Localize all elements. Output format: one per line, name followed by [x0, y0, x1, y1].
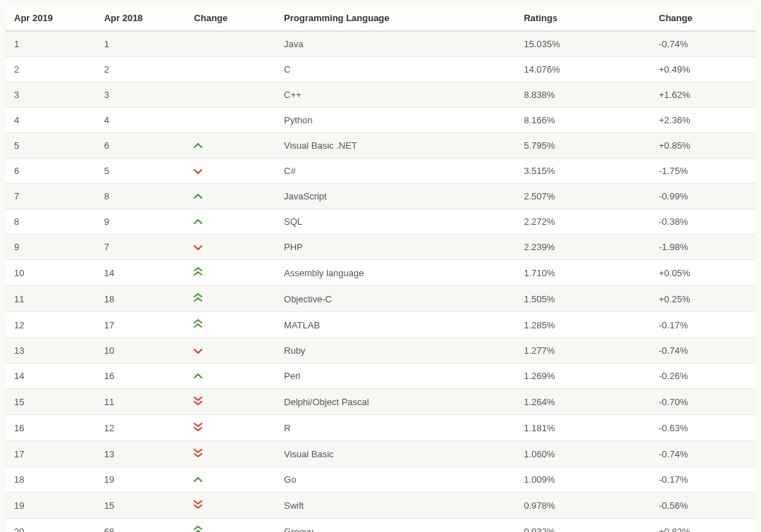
cell-change-direction [185, 441, 276, 467]
cell-apr-2018: 68 [96, 519, 186, 533]
cell-change-value: -0.38% [650, 209, 755, 235]
cell-ratings: 8.838% [515, 82, 650, 108]
rank-double-up-icon [194, 293, 202, 302]
rank-down-icon [194, 348, 202, 354]
cell-apr-2018: 5 [96, 159, 186, 184]
cell-programming-language: Ruby [276, 338, 515, 364]
cell-change-direction [185, 519, 276, 533]
table-header: Apr 2019 Apr 2018 Change Programming Lan… [6, 6, 755, 31]
cell-change-direction [185, 260, 276, 286]
table-row: 22C14.076%+0.49% [6, 57, 755, 82]
cell-ratings: 8.166% [515, 108, 650, 133]
cell-change-value: -0.56% [650, 493, 755, 519]
cell-ratings: 14.076% [515, 57, 650, 82]
cell-apr-2018: 1 [96, 31, 186, 57]
cell-apr-2018: 8 [96, 184, 186, 209]
header-apr-2018: Apr 2018 [96, 6, 186, 31]
cell-change-direction [185, 467, 276, 493]
table-row: 1915Swift0.978%-0.56% [6, 493, 755, 519]
cell-change-value: +0.49% [650, 57, 755, 82]
cell-programming-language: Python [276, 108, 515, 133]
cell-ratings: 1.269% [515, 364, 650, 389]
tiobe-index-table: Apr 2019 Apr 2018 Change Programming Lan… [6, 6, 755, 532]
cell-apr-2019: 11 [6, 286, 96, 312]
cell-programming-language: Perl [276, 364, 515, 389]
cell-change-direction [185, 286, 276, 312]
cell-change-direction [185, 108, 276, 133]
rank-double-up-icon [194, 319, 202, 328]
rank-double-down-icon [194, 396, 202, 405]
cell-change-direction [185, 312, 276, 338]
cell-programming-language: SQL [276, 209, 515, 235]
cell-apr-2018: 15 [96, 493, 186, 519]
cell-apr-2019: 12 [6, 312, 96, 338]
cell-apr-2019: 10 [6, 260, 96, 286]
cell-programming-language: JavaScript [276, 184, 515, 209]
cell-apr-2018: 7 [96, 235, 186, 260]
cell-apr-2019: 18 [6, 467, 96, 493]
table-row: 1819Go1.009%-0.17% [6, 467, 755, 493]
cell-programming-language: Objective-C [276, 286, 515, 312]
cell-apr-2019: 17 [6, 441, 96, 467]
cell-apr-2019: 2 [6, 57, 96, 82]
cell-apr-2019: 19 [6, 493, 96, 519]
header-apr-2019: Apr 2019 [6, 6, 96, 31]
cell-apr-2019: 16 [6, 415, 96, 441]
rank-down-icon [194, 245, 202, 250]
cell-apr-2019: 14 [6, 364, 96, 389]
cell-apr-2019: 1 [6, 31, 96, 57]
cell-change-value: -1.75% [650, 159, 755, 184]
cell-programming-language: R [276, 415, 515, 441]
cell-change-value: +0.85% [650, 133, 755, 159]
cell-apr-2018: 2 [96, 57, 186, 82]
table-row: 78JavaScript2.507%-0.99% [6, 184, 755, 209]
cell-programming-language: Groovy [276, 519, 515, 533]
cell-apr-2019: 5 [6, 133, 96, 159]
cell-change-value: +1.62% [650, 82, 755, 108]
cell-ratings: 1.181% [515, 415, 650, 441]
cell-change-direction [185, 235, 276, 260]
cell-apr-2019: 4 [6, 108, 96, 133]
cell-apr-2018: 14 [96, 260, 186, 286]
cell-change-direction [185, 364, 276, 389]
cell-ratings: 15.035% [515, 31, 650, 57]
table-row: 89SQL2.272%-0.38% [6, 209, 755, 235]
cell-programming-language: Swift [276, 493, 515, 519]
cell-apr-2018: 19 [96, 467, 186, 493]
cell-change-value: +2.36% [650, 108, 755, 133]
cell-ratings: 0.978% [515, 493, 650, 519]
table-row: 65C#3.515%-1.75% [6, 159, 755, 184]
cell-apr-2018: 11 [96, 389, 186, 415]
cell-change-value: +0.05% [650, 260, 755, 286]
cell-programming-language: Assembly language [276, 260, 515, 286]
cell-change-direction [185, 493, 276, 519]
cell-apr-2019: 9 [6, 235, 96, 260]
cell-apr-2018: 12 [96, 415, 186, 441]
table-row: 1310Ruby1.277%-0.74% [6, 338, 755, 364]
rank-double-down-icon [194, 500, 202, 509]
cell-apr-2018: 3 [96, 82, 186, 108]
cell-apr-2018: 13 [96, 441, 186, 467]
table-row: 2068Groovy0.932%+0.82% [6, 519, 755, 533]
cell-programming-language: Visual Basic .NET [276, 133, 515, 159]
table-row: 97PHP2.239%-1.98% [6, 235, 755, 260]
cell-change-value: +0.25% [650, 286, 755, 312]
cell-change-direction [185, 209, 276, 235]
cell-programming-language: MATLAB [276, 312, 515, 338]
rank-double-up-icon [194, 526, 202, 532]
cell-change-direction [185, 133, 276, 159]
header-change-direction: Change [185, 6, 276, 31]
header-change-value: Change [650, 6, 755, 31]
rank-up-icon [194, 477, 202, 483]
cell-change-value: -0.70% [650, 389, 755, 415]
table-body: 11Java15.035%-0.74%22C14.076%+0.49%33C++… [6, 31, 755, 532]
cell-apr-2019: 6 [6, 159, 96, 184]
cell-apr-2018: 10 [96, 338, 186, 364]
table-row: 56Visual Basic .NET5.795%+0.85% [6, 133, 755, 159]
cell-ratings: 1.710% [515, 260, 650, 286]
cell-ratings: 1.060% [515, 441, 650, 467]
cell-programming-language: Go [276, 467, 515, 493]
cell-change-value: -0.63% [650, 415, 755, 441]
cell-programming-language: C++ [276, 82, 515, 108]
cell-apr-2019: 8 [6, 209, 96, 235]
